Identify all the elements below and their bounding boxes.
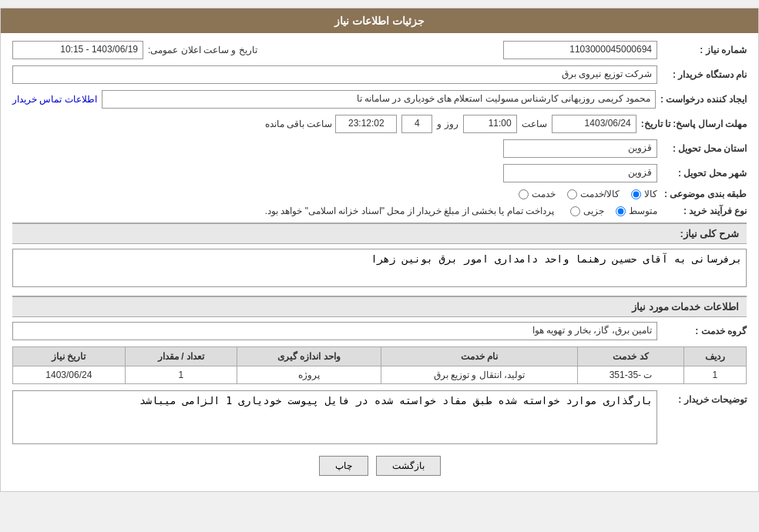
category-option-goods: کالا	[631, 189, 657, 199]
col-header-unit: واحد اندازه گیری	[237, 347, 381, 366]
province-label: استان محل تحویل :	[662, 143, 747, 154]
category-label: طبقه بندی موضوعی :	[662, 189, 747, 199]
province-row: استان محل تحویل : قزوین	[12, 139, 747, 158]
reply-deadline-row: مهلت ارسال پاسخ: تا تاریخ: 1403/06/24 سا…	[12, 115, 747, 133]
service-group-label: گروه خدمت :	[662, 326, 747, 336]
print-button[interactable]: چاپ	[319, 456, 368, 476]
purchase-medium-label: متوسط	[629, 206, 657, 216]
category-goods-label: کالا	[644, 189, 657, 199]
cell-unit: پروژه	[237, 366, 381, 384]
back-button[interactable]: بازگشت	[376, 456, 441, 476]
category-both-radio[interactable]	[567, 189, 577, 199]
purchase-type-radio-group: متوسط جزیی	[570, 206, 657, 216]
category-goods-radio[interactable]	[631, 189, 641, 199]
purchase-note: پرداخت تمام یا بخشی از مبلغ خریدار از مح…	[265, 206, 554, 216]
category-option-both: کالا/خدمت	[567, 189, 620, 199]
cell-rownum: 1	[683, 366, 746, 384]
page-header: جزئیات اطلاعات نیاز	[1, 8, 758, 33]
purchase-type-medium: متوسط	[616, 206, 657, 216]
purchase-type-row: نوع فرآیند خرید : متوسط جزیی پرداخت تمام…	[12, 206, 747, 216]
announce-row: شماره نیاز : 1103000045000694 تاریخ و سا…	[12, 41, 747, 59]
services-section-title: اطلاعات خدمات مورد نیاز	[12, 296, 747, 317]
need-description-section-title: شرح کلی نیاز:	[12, 223, 747, 244]
page-title: جزئیات اطلاعات نیاز	[334, 15, 425, 27]
category-row: طبقه بندی موضوعی : کالا کالا/خدمت خدمت	[12, 189, 747, 199]
button-row: بازگشت چاپ	[12, 456, 747, 476]
purchase-type-label: نوع فرآیند خرید :	[662, 206, 747, 216]
category-service-radio[interactable]	[519, 189, 529, 199]
creator-value: محمود کریمی روزبهانی کارشناس مسولیت استع…	[102, 90, 656, 109]
city-row: شهر محل تحویل : قزوین	[12, 164, 747, 182]
category-option-service: خدمت	[519, 189, 556, 199]
province-value: قزوین	[503, 139, 657, 158]
table-row: 1 ت -35-351 تولید، انتقال و توزیع برق پر…	[13, 366, 747, 384]
services-table: ردیف کد خدمت نام خدمت واحد اندازه گیری ت…	[12, 346, 747, 384]
city-label: شهر محل تحویل :	[662, 168, 747, 179]
purchase-partial-radio[interactable]	[570, 206, 580, 216]
buyer-notes-textarea[interactable]	[12, 390, 657, 444]
purchase-medium-radio[interactable]	[616, 206, 626, 216]
page-wrapper: جزئیات اطلاعات نیاز شماره نیاز : 1103000…	[0, 8, 759, 492]
cell-date: 1403/06/24	[13, 366, 126, 384]
reply-time-label: ساعت	[522, 119, 547, 129]
creator-label: ایجاد کننده درخواست :	[660, 94, 747, 105]
remaining-row: 23:12:02 ساعت باقی مانده	[265, 115, 398, 133]
announce-value: 1403/06/19 - 10:15	[12, 41, 143, 59]
need-number-label: شماره نیاز :	[662, 45, 747, 55]
need-number-value: 1103000045000694	[503, 41, 657, 59]
remaining-label: ساعت باقی مانده	[265, 119, 333, 129]
purchase-type-partial: جزیی	[570, 206, 604, 216]
creator-link[interactable]: اطلاعات تماس خریدار	[12, 94, 97, 105]
buyer-notes-label: توضیحات خریدار :	[662, 394, 747, 405]
col-header-name: نام خدمت	[381, 347, 578, 366]
purchase-partial-label: جزیی	[583, 206, 604, 216]
buyer-name-row: نام دستگاه خریدار : شرکت توزیع نیروی برق	[12, 65, 747, 84]
content-area: شماره نیاز : 1103000045000694 تاریخ و سا…	[1, 33, 758, 491]
category-service-label: خدمت	[532, 189, 556, 199]
buyer-name-label: نام دستگاه خریدار :	[662, 69, 747, 80]
reply-deadline-label: مهلت ارسال پاسخ: تا تاریخ:	[641, 119, 747, 129]
buyer-notes-row: توضیحات خریدار :	[12, 390, 747, 444]
reply-days: 4	[401, 115, 432, 133]
col-header-rownum: ردیف	[683, 347, 746, 366]
reply-date: 1403/06/24	[552, 115, 636, 133]
col-header-date: تاریخ نیاز	[13, 347, 126, 366]
category-radio-group: کالا کالا/خدمت خدمت	[519, 189, 657, 199]
reply-day-label: روز و	[437, 119, 458, 129]
city-value: قزوین	[503, 164, 657, 182]
creator-row: ایجاد کننده درخواست : محمود کریمی روزبها…	[12, 90, 747, 109]
announce-label: تاریخ و ساعت اعلان عمومی:	[148, 45, 257, 55]
buyer-name-value: شرکت توزیع نیروی برق	[12, 65, 657, 84]
service-group-row: گروه خدمت : تامین برق، گاز، بخار و تهویه…	[12, 322, 747, 340]
need-description-container	[12, 249, 747, 289]
service-group-value: تامین برق، گاز، بخار و تهویه هوا	[12, 322, 657, 340]
category-both-label: کالا/خدمت	[580, 189, 620, 199]
need-description-textarea[interactable]	[12, 249, 747, 287]
col-header-qty: تعداد / مقدار	[125, 347, 237, 366]
cell-code: ت -35-351	[578, 366, 683, 384]
col-header-code: کد خدمت	[578, 347, 683, 366]
cell-name: تولید، انتقال و توزیع برق	[381, 366, 578, 384]
remaining-time: 23:12:02	[335, 115, 397, 133]
reply-time: 11:00	[463, 115, 517, 133]
cell-qty: 1	[125, 366, 237, 384]
